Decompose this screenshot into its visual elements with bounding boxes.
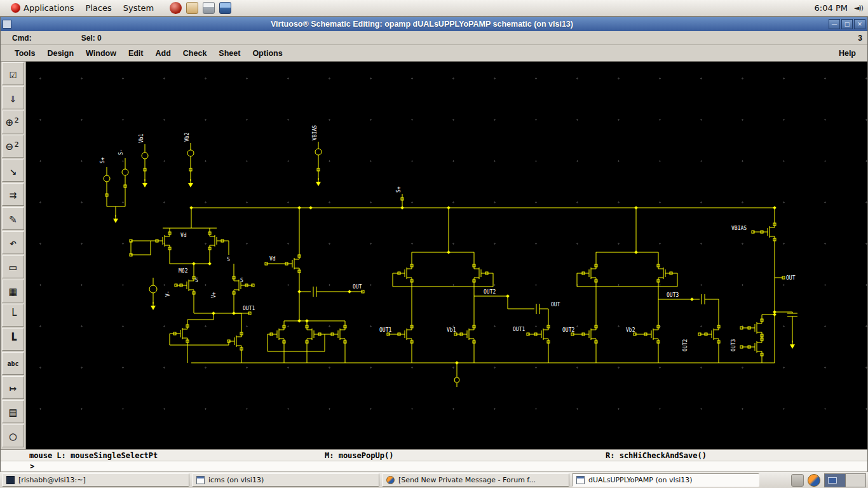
panel-menus: ApplicationsPlacesSystem [5,1,159,15]
zoom-out-by-2-button[interactable]: ⊖² [2,135,24,158]
printer-launcher-icon[interactable] [203,2,215,14]
menu-design[interactable]: Design [42,46,79,60]
check-and-save-button[interactable]: ☑ [2,62,24,85]
svg-text:OUT1: OUT1 [513,327,525,332]
prompt-text: > [30,462,34,471]
svg-text:S-: S- [118,149,124,155]
svg-text:OUT3: OUT3 [731,339,736,351]
tray-app-icon[interactable] [791,474,804,487]
tray-firefox-icon[interactable] [808,474,820,487]
volume-icon[interactable]: ◄)) [854,4,863,12]
svg-text:OUT2: OUT2 [682,339,688,351]
menu-options[interactable]: Options [247,46,287,60]
maximize-button[interactable]: □ [841,19,853,29]
property-button[interactable]: ▭ [2,255,24,278]
screen-launcher-icon[interactable] [219,2,231,14]
workspace-window-thumb [828,477,837,484]
tool-palette: ☑⇓⊕²⊖²↘⇉✎↶▭▦└┗abc↦▤○ [1,62,26,449]
task-button[interactable]: icms (on vlsi13) [192,473,379,487]
prompt-line: > [1,461,867,472]
panel-right: 6:04 PM ◄)) [815,3,863,13]
svg-text:M62: M62 [179,268,188,274]
counter: 3 [858,34,862,43]
system-tray [791,473,866,487]
redhat-menu-icon [11,3,20,13]
panel-menu-system[interactable]: System [118,1,159,15]
svg-text:VBIAS: VBIAS [312,125,318,140]
zoom-in-by-2-button[interactable]: ⊕² [2,111,24,133]
save-button[interactable]: ⇓ [2,86,24,109]
workspace-1[interactable] [825,474,845,487]
filemanager-launcher-icon[interactable] [186,2,198,14]
task-button-label: icms (on vlsi13) [208,476,264,484]
menu-check[interactable]: Check [178,46,212,60]
virtuoso-window: Virtuoso® Schematic Editing: opamp dUALs… [0,17,868,471]
status-mouse-middle: M: mousePopUp() [325,451,393,460]
wire-label-button[interactable]: abc [2,352,24,375]
menu-add[interactable]: Add [151,46,176,60]
cmd-label: Cmd: [12,34,32,43]
delete-button[interactable]: ✎ [2,207,24,230]
svg-text:Vb1: Vb1 [139,133,144,143]
status-mouse-left: mouse L: mouseSingleSelectPt [29,451,158,460]
task-button-label: dUALsUPPLYoPAMP (on vlsi13) [588,476,693,484]
command-bar: Cmd: Sel: 0 3 [1,31,867,45]
svg-text:S+: S+ [396,186,402,193]
workspace-2[interactable] [845,474,865,487]
firefox-icon [386,476,395,484]
cmd-options-button[interactable]: ▤ [2,400,24,423]
panel-launchers [170,2,231,14]
svg-text:VBIAS: VBIAS [731,226,747,231]
wire-button[interactable]: └ [2,304,24,327]
task-button[interactable]: [rishabh@vlsi13:~] [2,473,189,487]
svg-text:Vb2: Vb2 [184,132,190,142]
clock[interactable]: 6:04 PM [815,3,848,13]
panel-menu-applications[interactable]: Applications [5,1,79,15]
desktop: ApplicationsPlacesSystem 6:04 PM ◄)) Vir… [0,0,868,488]
panel-menu-label: Applications [24,3,74,13]
titlebar: Virtuoso® Schematic Editing: opamp dUALs… [1,17,867,31]
menu-window[interactable]: Window [81,46,121,60]
svg-text:Vd: Vd [180,233,187,238]
close-button[interactable]: ✕ [854,19,865,29]
svg-text:OUT2: OUT2 [562,327,574,333]
panel-menu-label: Places [85,3,111,13]
svg-text:S: S [240,278,243,283]
sel-label: Sel: 0 [81,34,102,43]
window-icon [196,476,205,484]
task-button[interactable]: [Send New Private Message - Forum f... [382,473,569,487]
menu-tools[interactable]: Tools [10,46,40,60]
schematic-svg: S+S-Vb1Vb2VBIASS+VdM62SSSV-V+OUT1VdOUTOU… [26,62,868,449]
main-area: ☑⇓⊕²⊖²↘⇉✎↶▭▦└┗abc↦▤○ S+S-Vb1Vb2VBIASS+Vd… [1,62,867,449]
task-button-label: [rishabh@vlsi13:~] [18,476,86,484]
svg-text:S: S [227,257,230,262]
window-menu-icon[interactable] [3,20,11,29]
terminal-icon [6,476,15,484]
stretch-button[interactable]: ↘ [2,159,24,182]
svg-text:OUT1: OUT1 [243,306,255,311]
undo-button[interactable]: ↶ [2,231,24,254]
wide-wire-button[interactable]: ┗ [2,328,24,351]
browser-launcher-icon[interactable] [170,2,182,14]
copy-button[interactable]: ⇉ [2,183,24,206]
panel-menu-label: System [123,3,154,13]
menu-help[interactable]: Help [835,46,860,60]
menu-edit[interactable]: Edit [123,46,149,60]
workspace-switcher [824,473,866,487]
instance-button[interactable]: ▦ [2,280,24,302]
menu-bar: ToolsDesignWindowEditAddCheckSheetOption… [1,45,867,62]
svg-text:Vb1: Vb1 [447,327,456,333]
magnify-button[interactable]: ○ [2,424,24,447]
schematic-canvas[interactable]: S+S-Vb1Vb2VBIASS+VdM62SSSV-V+OUT1VdOUTOU… [26,62,867,449]
window-title: Virtuoso® Schematic Editing: opamp dUALs… [15,20,829,29]
svg-text:OUT1: OUT1 [379,327,391,333]
pin-button[interactable]: ↦ [2,376,24,399]
svg-text:OUT: OUT [786,275,796,281]
panel-menu-places[interactable]: Places [79,1,117,15]
svg-text:S: S [195,278,198,283]
task-button[interactable]: dUALsUPPLYoPAMP (on vlsi13) [572,473,759,487]
minimize-button[interactable]: — [829,19,840,29]
window-controls: —□✕ [829,19,865,29]
menu-sheet[interactable]: Sheet [214,46,245,60]
svg-text:S+: S+ [100,157,105,163]
